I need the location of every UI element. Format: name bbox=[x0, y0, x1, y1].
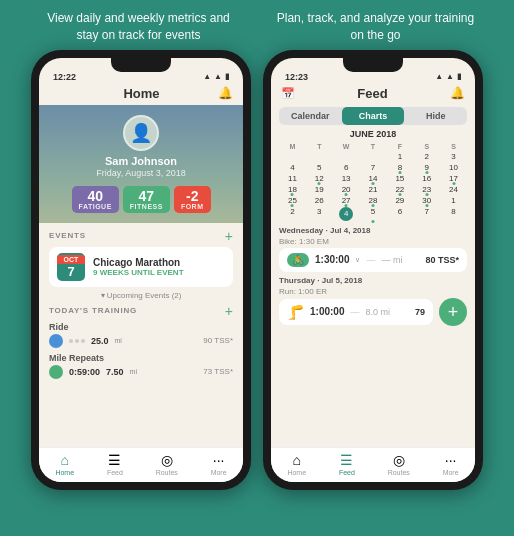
phone-notch bbox=[111, 58, 171, 72]
user-date: Friday, August 3, 2018 bbox=[49, 168, 233, 178]
training-section: TODAY'S TRAINING + Ride 25.0 mi bbox=[49, 304, 233, 379]
training-section-header: TODAY'S TRAINING + bbox=[49, 304, 233, 318]
nav-feed-2[interactable]: ☰ Feed bbox=[339, 452, 355, 476]
tagline-left: View daily and weekly metrics and stay o… bbox=[39, 10, 239, 44]
cal-d-3: 3 bbox=[440, 151, 467, 162]
routes-nav-icon-2: ◎ bbox=[393, 452, 405, 468]
training-add-button[interactable]: + bbox=[225, 304, 233, 318]
metrics-row: 40 FATIGUE 47 FITNESS -2 FORM bbox=[49, 186, 233, 213]
phone-notch-2 bbox=[343, 58, 403, 72]
bike-icon: 🚴 bbox=[287, 253, 309, 267]
nav-home[interactable]: ⌂ Home bbox=[55, 452, 74, 476]
signal-icon-2: ▲ bbox=[435, 72, 443, 81]
events-label: EVENTS bbox=[49, 231, 86, 240]
training-item-run: Mile Repeats 0:59:00 7.50 mi 73 TSS* bbox=[49, 353, 233, 379]
cal-h-t2: T bbox=[360, 142, 387, 151]
nav-feed[interactable]: ☰ Feed bbox=[107, 452, 123, 476]
event-card[interactable]: OCT 7 Chicago Marathon 9 WEEKS UNTIL EVE… bbox=[49, 247, 233, 287]
cal-h-s2: S bbox=[440, 142, 467, 151]
training-item-ride: Ride 25.0 mi 90 TSS* bbox=[49, 322, 233, 348]
cal-week2: 4 5 6 7 8 9 10 bbox=[279, 162, 467, 173]
cal-d-e3 bbox=[333, 151, 360, 162]
fitness-value: 47 bbox=[130, 189, 163, 203]
feed-entry-thu[interactable]: 🦵 1:00:00 — 8.0 mi 79 bbox=[279, 299, 433, 325]
run-icon: 🦵 bbox=[287, 304, 304, 320]
feed-sep-wed: — bbox=[366, 255, 375, 265]
event-day: 7 bbox=[57, 264, 85, 279]
cal-week6: 2 3 4 5 6 7 8 bbox=[279, 206, 467, 222]
ride-tss: 90 TSS* bbox=[203, 336, 233, 345]
nav-home-2[interactable]: ⌂ Home bbox=[287, 452, 306, 476]
feed-day-wed: Wednesday · Jul 4, 2018 bbox=[279, 226, 467, 235]
run-tss: 73 TSS* bbox=[203, 367, 233, 376]
more-nav-icon: ··· bbox=[213, 452, 225, 468]
signal-icon: ▲ bbox=[203, 72, 211, 81]
add-button[interactable]: + bbox=[439, 298, 467, 326]
cal-h-t: T bbox=[306, 142, 333, 151]
bell-icon[interactable]: 🔔 bbox=[218, 86, 233, 100]
feed-dist-wed: — mi bbox=[381, 255, 402, 265]
nav-routes[interactable]: ◎ Routes bbox=[156, 452, 178, 476]
feed-day-thu: Thursday · Jul 5, 2018 bbox=[279, 276, 467, 285]
home-title: Home bbox=[65, 86, 218, 101]
cal-days-header: M T W T F S S bbox=[279, 142, 467, 151]
cal-today: 4 bbox=[339, 207, 353, 221]
run-dot bbox=[49, 365, 63, 379]
phone-home: 12:22 ▲ ▲ ▮ Home 🔔 👤 Sam Johnson Frid bbox=[31, 50, 251, 490]
more-nav-icon-2: ··· bbox=[445, 452, 457, 468]
ride-dots bbox=[69, 339, 85, 343]
event-month: OCT bbox=[57, 255, 85, 264]
tab-hide[interactable]: Hide bbox=[404, 107, 467, 125]
feed-bell-icon[interactable]: 🔔 bbox=[450, 86, 465, 100]
cal-week1: 1 2 3 bbox=[279, 151, 467, 162]
feed-header: 📅 Feed 🔔 bbox=[271, 84, 475, 105]
home-header: Home 🔔 bbox=[39, 84, 243, 105]
upcoming-link[interactable]: ▾ Upcoming Events (2) bbox=[49, 291, 233, 300]
routes-nav-label-2: Routes bbox=[388, 469, 410, 476]
calendar-section: JUNE 2018 M T W T F S S 1 bbox=[271, 129, 475, 222]
feed-entry-thu-row: 🦵 1:00:00 — 8.0 mi 79 + bbox=[279, 298, 467, 326]
ride-name: Ride bbox=[49, 322, 233, 332]
fatigue-value: 40 bbox=[79, 189, 112, 203]
ride-dot bbox=[49, 334, 63, 348]
feed-nav-icon-2: ☰ bbox=[340, 452, 353, 468]
feed-time-thu: 1:00:00 bbox=[310, 306, 344, 317]
calendar-icon[interactable]: 📅 bbox=[281, 87, 295, 100]
ride-dist-unit: mi bbox=[115, 337, 122, 344]
run-row: 0:59:00 7.50 mi 73 TSS* bbox=[49, 365, 233, 379]
battery-icon-2: ▮ bbox=[457, 72, 461, 81]
battery-icon: ▮ bbox=[225, 72, 229, 81]
feed-tss-thu: 79 bbox=[415, 307, 425, 317]
events-add-button[interactable]: + bbox=[225, 229, 233, 243]
run-time: 0:59:00 bbox=[69, 367, 100, 377]
nav-more[interactable]: ··· More bbox=[211, 452, 227, 476]
cal-h-s: S bbox=[413, 142, 440, 151]
run-dist-unit: mi bbox=[130, 368, 137, 375]
bottom-nav-2: ⌂ Home ☰ Feed ◎ Routes ··· More bbox=[271, 447, 475, 482]
cal-d-2: 2 bbox=[413, 151, 440, 162]
feed-time-wed: 1:30:00 bbox=[315, 254, 349, 265]
home-body: EVENTS + OCT 7 Chicago Marathon 9 WEEKS … bbox=[39, 223, 243, 447]
routes-nav-label: Routes bbox=[156, 469, 178, 476]
time-2: 12:23 bbox=[285, 72, 308, 82]
feed-nav-icon: ☰ bbox=[108, 452, 121, 468]
more-nav-label: More bbox=[211, 469, 227, 476]
form-label: FORM bbox=[181, 203, 204, 210]
tab-charts[interactable]: Charts bbox=[342, 107, 405, 125]
feed-dist-thu: 8.0 mi bbox=[365, 307, 390, 317]
time-1: 12:22 bbox=[53, 72, 76, 82]
feed-entry-wed[interactable]: 🚴 1:30:00 ∨ — — mi 80 TSS* bbox=[279, 248, 467, 272]
event-weeks: 9 WEEKS UNTIL EVENT bbox=[93, 268, 184, 277]
nav-routes-2[interactable]: ◎ Routes bbox=[388, 452, 410, 476]
wifi-icon-2: ▲ bbox=[446, 72, 454, 81]
tab-calendar[interactable]: Calendar bbox=[279, 107, 342, 125]
nav-more-2[interactable]: ··· More bbox=[443, 452, 459, 476]
form-value: -2 bbox=[181, 189, 204, 203]
more-nav-label-2: More bbox=[443, 469, 459, 476]
cal-d-e4 bbox=[360, 151, 387, 162]
routes-nav-icon: ◎ bbox=[161, 452, 173, 468]
form-badge: -2 FORM bbox=[174, 186, 211, 213]
status-icons-2: ▲ ▲ ▮ bbox=[435, 72, 461, 81]
home-nav-label: Home bbox=[55, 469, 74, 476]
avatar: 👤 bbox=[123, 115, 159, 151]
